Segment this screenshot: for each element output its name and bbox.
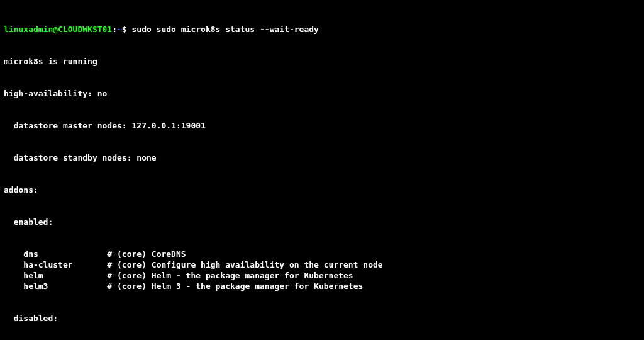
enabled-addons-list: dns # (core) CoreDNS ha-cluster # (core)… (4, 249, 640, 292)
output-disabled-header: disabled: (4, 313, 640, 324)
prompt-user: linuxadmin@CLOUDWKST01 (4, 25, 112, 34)
addon-line: helm3 # (core) Helm 3 - the package mana… (4, 281, 640, 292)
output-master-nodes: datastore master nodes: 127.0.0.1:19001 (4, 120, 640, 131)
prompt-line-1: linuxadmin@CLOUDWKST01:~$ sudo sudo micr… (4, 24, 640, 35)
addon-line: helm # (core) Helm - the package manager… (4, 270, 640, 281)
prompt-cwd: ~ (117, 25, 122, 34)
command-text: sudo sudo microk8s status --wait-ready (132, 25, 319, 34)
output-ha: high-availability: no (4, 88, 640, 99)
addon-line: ha-cluster # (core) Configure high avail… (4, 259, 640, 270)
terminal[interactable]: linuxadmin@CLOUDWKST01:~$ sudo sudo micr… (0, 0, 644, 340)
output-running: microk8s is running (4, 56, 640, 67)
prompt-sep1: : (112, 25, 117, 34)
prompt-sep2: $ (122, 25, 132, 34)
addon-line: dns # (core) CoreDNS (4, 249, 640, 259)
output-addons-header: addons: (4, 184, 640, 195)
output-enabled-header: enabled: (4, 217, 640, 227)
output-standby-nodes: datastore standby nodes: none (4, 152, 640, 163)
